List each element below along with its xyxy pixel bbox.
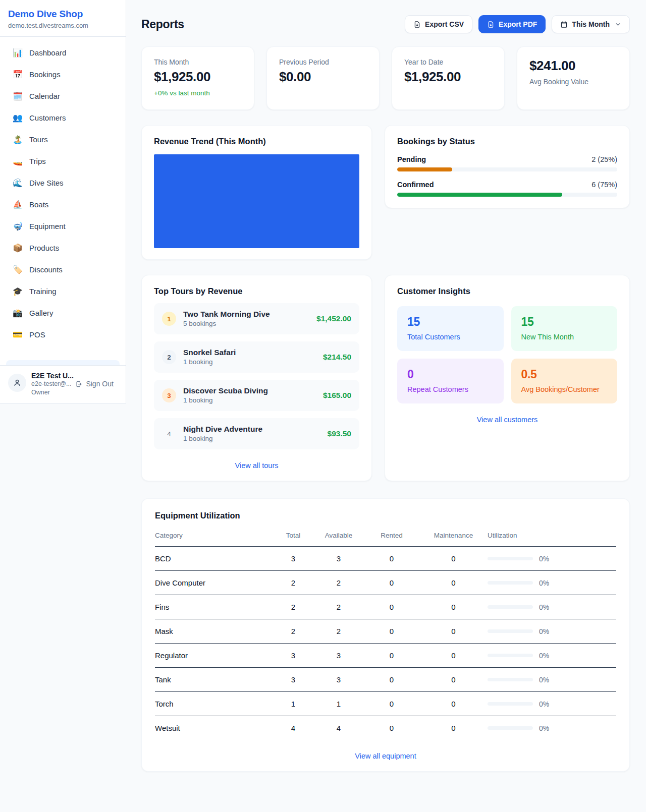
insight-label: Avg Bookings/Customer [521,385,608,393]
sidebar-item-dashboard[interactable]: 📊Dashboard [6,42,120,64]
equipment-available: 3 [313,668,364,692]
page-title: Reports [141,18,184,31]
sidebar-item-trips[interactable]: 🚤Trips [6,150,120,172]
file-download-icon [413,21,421,28]
sidebar-item-gallery[interactable]: 📸Gallery [6,302,120,324]
equipment-utilization-card: Equipment Utilization Category Total Ava… [141,498,630,772]
equipment-table-body: BCD33000%Dive Computer22000%Fins22000%Ma… [155,547,616,740]
equipment-rented: 0 [364,716,419,740]
utilization-percent: 0% [539,603,549,611]
sidebar-item-reports-active-partial[interactable] [6,360,120,365]
package-icon: 📦 [13,243,23,253]
top-tours-title: Top Tours by Revenue [154,286,359,296]
sidebar-item-equipment[interactable]: 🤿Equipment [6,215,120,237]
equipment-category: Tank [155,668,273,692]
equipment-row: Mask22000% [155,619,616,644]
sidebar-item-label: Boats [29,200,48,209]
dashboard-icon: 📊 [13,48,23,57]
insight-label: New This Month [521,333,608,341]
utilization-bar [488,605,533,609]
sidebar-nav: 📊Dashboard 📅Bookings 🗓️Calendar 👥Custome… [0,37,126,360]
sidebar-item-label: Products [29,244,59,252]
sidebar-item-training[interactable]: 🎓Training [6,280,120,302]
equipment-maintenance: 0 [419,668,488,692]
stat-label: Year to Date [404,58,492,66]
equipment-utilization: 0% [488,692,616,716]
status-row-confirmed: Confirmed 6 (75%) [397,181,617,197]
insight-value: 0 [407,368,494,381]
sidebar-item-label: Dive Sites [29,179,64,187]
equipment-row: Fins22000% [155,595,616,619]
sidebar-item-label: Bookings [29,70,61,79]
view-all-customers-link[interactable]: View all customers [397,416,617,424]
equipment-header-row: Category Total Available Rented Maintena… [155,529,616,547]
user-name: E2E Test U... [31,372,119,380]
sidebar-item-dive-sites[interactable]: 🌊Dive Sites [6,172,120,194]
customers-icon: 👥 [13,113,23,123]
sidebar-item-discounts[interactable]: 🏷️Discounts [6,259,120,280]
brand: Demo Dive Shop demo.test.divestreams.com [0,0,126,37]
sidebar-item-label: Tours [29,135,48,144]
equipment-rented: 0 [364,692,419,716]
sidebar-item-label: Training [29,287,57,296]
brand-domain: demo.test.divestreams.com [8,22,118,29]
bookings-by-status-title: Bookings by Status [397,137,617,146]
diving-mask-icon: 🤿 [13,221,23,231]
equipment-available: 4 [313,716,364,740]
sidebar-item-tours[interactable]: 🏝️Tours [6,129,120,150]
calendar-icon: 🗓️ [13,91,23,101]
utilization-percent: 0% [539,676,549,684]
equipment-total: 2 [273,571,313,595]
equipment-category: Wetsuit [155,716,273,740]
user-email: e2e-tester@... [31,380,71,387]
equipment-category: Regulator [155,644,273,668]
stat-value: $1,925.00 [404,69,492,85]
column-header-total: Total [273,529,313,547]
sign-out-label: Sign Out [86,380,113,388]
stat-card-previous-period: Previous Period $0.00 [266,46,380,110]
equipment-rented: 0 [364,571,419,595]
equipment-total: 4 [273,716,313,740]
column-header-utilization: Utilization [488,529,616,547]
status-label: Pending [397,155,426,163]
stat-card-this-month: This Month $1,925.00 +0% vs last month [141,46,254,110]
sign-out-button[interactable]: Sign Out [75,380,113,388]
chevron-down-icon [615,21,621,28]
sidebar-item-pos[interactable]: 💳POS [6,324,120,345]
view-all-equipment-link[interactable]: View all equipment [155,752,616,760]
equipment-table: Category Total Available Rented Maintena… [155,529,616,740]
equipment-row: Dive Computer22000% [155,571,616,595]
stat-value: $241.00 [529,58,617,74]
label-tag-icon: 🏷️ [13,265,23,274]
equipment-rented: 0 [364,619,419,644]
tour-row: 1 Two Tank Morning Dive5 bookings $1,452… [154,303,359,334]
status-bar-fill [397,167,452,171]
sidebar-item-customers[interactable]: 👥Customers [6,107,120,129]
sidebar-item-bookings[interactable]: 📅Bookings [6,64,120,85]
sidebar-item-products[interactable]: 📦Products [6,237,120,259]
sidebar: Demo Dive Shop demo.test.divestreams.com… [0,0,126,403]
view-all-tours-link[interactable]: View all tours [154,461,359,470]
stat-value: $0.00 [279,69,367,85]
insight-value: 15 [521,315,608,329]
sidebar-item-boats[interactable]: ⛵Boats [6,194,120,215]
equipment-available: 3 [313,644,364,668]
revenue-trend-card: Revenue Trend (This Month) [141,125,372,260]
sidebar-item-label: Discounts [29,265,63,274]
utilization-bar [488,557,533,560]
tour-amount: $165.00 [323,391,351,400]
period-dropdown[interactable]: This Month [552,15,630,33]
equipment-available: 1 [313,692,364,716]
export-pdf-button[interactable]: Export PDF [478,15,546,33]
brand-name: Demo Dive Shop [8,9,118,20]
insight-label: Total Customers [407,333,494,341]
column-header-rented: Rented [364,529,419,547]
equipment-utilization: 0% [488,571,616,595]
equipment-maintenance: 0 [419,547,488,571]
tour-name: Discover Scuba Diving [183,386,268,395]
equipment-utilization: 0% [488,716,616,740]
equipment-available: 2 [313,595,364,619]
export-csv-button[interactable]: Export CSV [405,15,472,33]
sidebar-item-calendar[interactable]: 🗓️Calendar [6,85,120,107]
stat-value: $1,925.00 [154,69,242,85]
